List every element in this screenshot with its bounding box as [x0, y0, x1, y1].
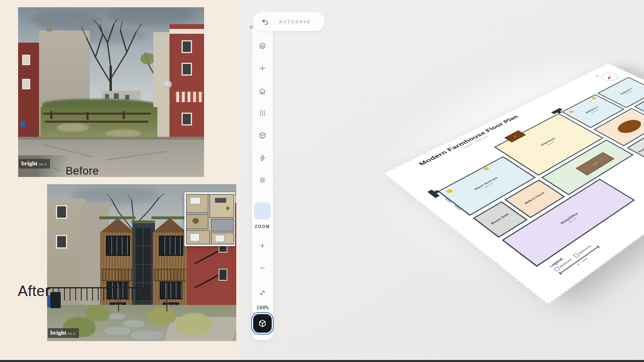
- zoom-in-button[interactable]: +: [252, 241, 273, 251]
- 3d-object-button[interactable]: [255, 128, 270, 143]
- cube-icon: [258, 319, 267, 328]
- before-photo[interactable]: bright MLS Before: [18, 7, 204, 177]
- after-photo[interactable]: bright MLS: [47, 184, 236, 341]
- home-icon: [258, 87, 266, 95]
- effects-button[interactable]: [255, 151, 270, 165]
- bedrooms-checkbox[interactable]: [553, 266, 560, 272]
- striped-awning: [173, 92, 204, 102]
- chimney: [557, 111, 562, 113]
- watermark-suffix: MLS: [39, 162, 47, 166]
- design-canvas[interactable]: Modern Farmhouse Floor Plan Approx. 4,50…: [239, 0, 644, 362]
- room-name: Master Bedroom: [474, 177, 499, 191]
- right-brick-building: [169, 24, 204, 155]
- apps-grid-icon: [258, 109, 266, 117]
- reference-panel: bright MLS Before: [0, 0, 239, 362]
- room-name: Walk-in Closet: [524, 191, 545, 205]
- bathrooms-checkbox[interactable]: [573, 253, 580, 258]
- apps-button[interactable]: [255, 106, 270, 120]
- flash-icon: [258, 154, 266, 162]
- inset-floorplan-image[interactable]: [184, 192, 235, 246]
- grass-tuft: [86, 305, 110, 321]
- undo-button[interactable]: [258, 15, 272, 29]
- bottom-edge-bar: [0, 360, 644, 362]
- fence-rail: [45, 121, 149, 123]
- compass-north-label: N: [595, 75, 599, 76]
- sapling: [166, 283, 167, 311]
- blue-bin: [21, 121, 25, 127]
- inset-floorplan-rooms: [187, 195, 233, 244]
- left-brick-building: [18, 43, 41, 152]
- townhouse-right: [153, 232, 187, 317]
- sapling: [118, 285, 119, 311]
- zoom-level-readout[interactable]: 160%: [252, 304, 273, 311]
- watermark-brand: bright: [21, 160, 37, 167]
- home-button[interactable]: [255, 84, 270, 99]
- add-button[interactable]: [255, 61, 270, 76]
- plus-icon: [258, 64, 266, 72]
- before-label: Before: [66, 165, 99, 177]
- fence-post: [123, 111, 125, 119]
- top-toolbar: AUTOSAVE: [253, 12, 324, 31]
- room-name: Master Bath: [490, 213, 510, 225]
- trash-bin: [50, 292, 61, 308]
- vacant-lot-grass: [41, 107, 157, 141]
- toolbar-divider: [275, 17, 275, 26]
- satellite-dish: [164, 80, 172, 88]
- townhouse-left: [100, 232, 135, 317]
- app-window: bright MLS Before: [0, 0, 644, 362]
- fence-rail: [43, 113, 151, 115]
- zoom-section-label: ZOOM: [252, 224, 273, 229]
- flagstone: [103, 326, 132, 336]
- chimney: [551, 108, 563, 114]
- room-name: Powder Room: [638, 142, 644, 153]
- tool-sidebar: ZOOM + − 160%: [252, 25, 273, 340]
- fence-post: [87, 112, 89, 120]
- fence-post: [50, 111, 52, 119]
- 3d-view-toggle-button[interactable]: [253, 314, 272, 333]
- grass-tuft: [148, 307, 176, 325]
- autosave-status: AUTOSAVE: [279, 19, 311, 24]
- flagstone: [130, 330, 164, 341]
- undo-icon: [261, 18, 269, 26]
- watermark-suffix: MLS: [68, 332, 76, 335]
- grass-tuft: [176, 313, 212, 335]
- layers-button[interactable]: [255, 39, 270, 53]
- iron-fence: [47, 287, 148, 300]
- highlight-swatch-button[interactable]: [254, 202, 271, 219]
- brightness-button[interactable]: [255, 173, 270, 187]
- kitchen-island: Island: [576, 152, 615, 175]
- fit-screen-button[interactable]: [255, 286, 270, 300]
- compass[interactable]: N: [598, 71, 621, 82]
- flagstone: [107, 313, 126, 320]
- dining-table: [613, 117, 644, 136]
- after-label: After: [18, 283, 50, 300]
- mls-watermark: bright MLS: [19, 159, 50, 169]
- compass-needle: [607, 74, 613, 80]
- zoom-out-button[interactable]: −: [252, 263, 273, 273]
- townhouse-center: [132, 223, 155, 318]
- layers-icon: [258, 42, 266, 50]
- brightness-icon: [258, 176, 266, 184]
- watermark-brand: bright: [50, 329, 66, 336]
- mls-watermark: bright MLS: [48, 328, 79, 338]
- expand-icon: [258, 289, 266, 297]
- cube-icon: [258, 132, 266, 140]
